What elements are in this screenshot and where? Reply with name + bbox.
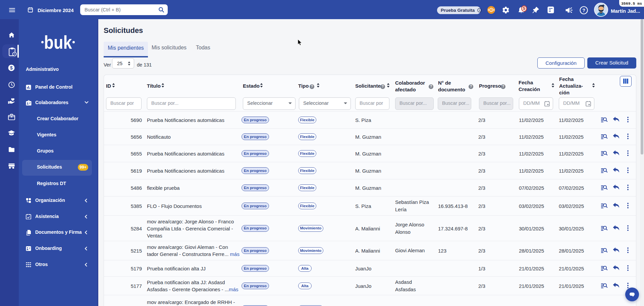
- svg-text:$: $: [10, 65, 13, 71]
- svg-text:?: ?: [582, 8, 585, 13]
